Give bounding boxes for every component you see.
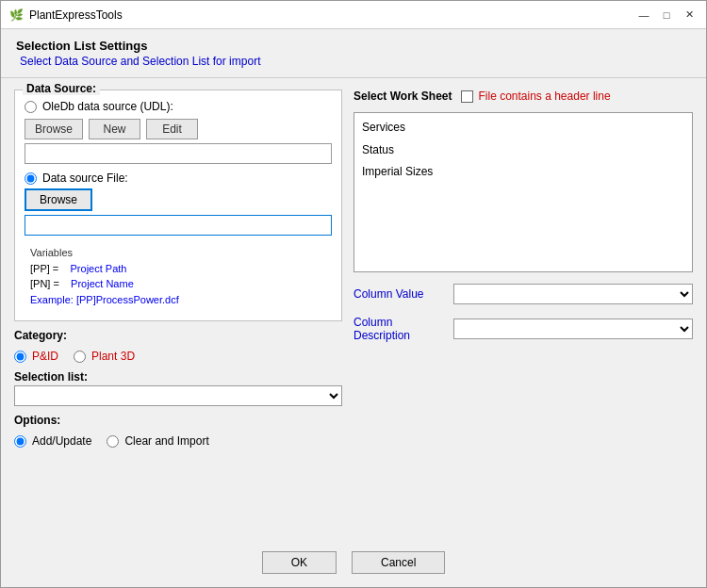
selection-list-select[interactable] bbox=[14, 385, 342, 406]
file-radio[interactable] bbox=[25, 172, 37, 185]
oledb-radio-row: OleDb data source (UDL): bbox=[25, 100, 332, 113]
plant3d-label: Plant 3D bbox=[91, 350, 135, 363]
column-value-row: Column Value bbox=[354, 284, 693, 304]
edit-oledb-button[interactable]: Edit bbox=[146, 119, 198, 139]
category-section: Category: P&ID Plant 3D bbox=[14, 327, 342, 363]
title-bar: 🌿 PlantExpressTools — □ ✕ bbox=[1, 1, 706, 29]
worksheet-label: Select Work Sheet bbox=[354, 90, 452, 103]
options-label: Options: bbox=[14, 414, 342, 427]
plant3d-radio[interactable] bbox=[74, 351, 86, 363]
var-pn-label: [PN] = bbox=[30, 278, 59, 289]
right-panel: Select Work Sheet File contains a header… bbox=[354, 90, 693, 534]
worksheet-list[interactable]: Services Status Imperial Sizes bbox=[354, 112, 693, 272]
footer: OK Cancel bbox=[1, 542, 706, 587]
window-title: PlantExpressTools bbox=[29, 8, 634, 22]
options-section: Options: Add/Update Clear and Import bbox=[14, 412, 342, 448]
bottom-left-section: Category: P&ID Plant 3D bbox=[14, 327, 342, 448]
header-line-row: File contains a header line bbox=[461, 90, 610, 103]
category-label: Category: bbox=[14, 329, 342, 342]
oledb-text-input[interactable] bbox=[25, 143, 332, 164]
var-pp-row: [PP] = Project Path bbox=[30, 261, 326, 277]
oledb-btn-row: Browse New Edit bbox=[25, 119, 332, 139]
minimize-button[interactable]: — bbox=[634, 6, 653, 24]
data-source-group: Data Source: OleDb data source (UDL): Br… bbox=[14, 90, 342, 321]
file-path-input[interactable]: D:\Projects\Documentation\Selection List… bbox=[25, 215, 332, 236]
pid-label: P&ID bbox=[32, 350, 58, 363]
main-row: Data Source: OleDb data source (UDL): Br… bbox=[14, 90, 693, 534]
browse-oledb-button[interactable]: Browse bbox=[25, 119, 83, 139]
worksheet-header: Select Work Sheet File contains a header… bbox=[354, 90, 693, 103]
column-description-select[interactable] bbox=[453, 318, 693, 339]
variables-title: Variables bbox=[30, 245, 326, 261]
close-button[interactable]: ✕ bbox=[680, 6, 699, 24]
column-value-label: Column Value bbox=[354, 287, 448, 301]
main-window: 🌿 PlantExpressTools — □ ✕ Selection List… bbox=[0, 0, 707, 588]
variables-box: Variables [PP] = Project Path [PN] = Pro… bbox=[25, 241, 332, 311]
new-oledb-button[interactable]: New bbox=[89, 119, 140, 139]
selection-list-label: Selection list: bbox=[14, 370, 342, 384]
options-row: Add/Update Clear and Import bbox=[14, 431, 342, 448]
add-update-label: Add/Update bbox=[32, 434, 91, 448]
add-update-row: Add/Update bbox=[14, 434, 91, 448]
header-title: Selection List Settings bbox=[16, 39, 691, 53]
var-pn-value: Project Name bbox=[71, 278, 134, 289]
ok-button[interactable]: OK bbox=[262, 551, 337, 574]
file-radio-label: Data source File: bbox=[42, 172, 128, 185]
clear-import-radio[interactable] bbox=[107, 435, 119, 448]
data-source-label: Data Source: bbox=[23, 82, 100, 95]
var-example-text: Example: [PP]ProcessPower.dcf bbox=[30, 294, 179, 305]
header-line-checkbox[interactable] bbox=[461, 90, 473, 103]
add-update-radio[interactable] bbox=[14, 435, 26, 448]
pid-radio[interactable] bbox=[14, 351, 26, 363]
app-icon: 🌿 bbox=[8, 8, 24, 23]
browse-file-button[interactable]: Browse bbox=[25, 188, 92, 211]
selection-list-section: Selection list: bbox=[14, 368, 342, 406]
header-subtitle: Select Data Source and Selection List fo… bbox=[16, 55, 691, 68]
file-radio-row: Data source File: bbox=[25, 172, 332, 185]
var-pp-label: [PP] = bbox=[30, 263, 58, 274]
var-example: Example: [PP]ProcessPower.dcf bbox=[30, 292, 326, 308]
clear-import-label: Clear and Import bbox=[124, 434, 208, 448]
maximize-button[interactable]: □ bbox=[657, 6, 676, 24]
category-row: P&ID Plant 3D bbox=[14, 346, 342, 363]
clear-import-row: Clear and Import bbox=[107, 434, 208, 448]
header-line-label: File contains a header line bbox=[478, 90, 610, 103]
worksheet-item-imperial[interactable]: Imperial Sizes bbox=[360, 161, 686, 184]
worksheet-item-services[interactable]: Services bbox=[360, 117, 686, 139]
var-pp-value: Project Path bbox=[71, 263, 127, 274]
column-description-row: ColumnDescription bbox=[354, 316, 693, 342]
plant3d-radio-row: Plant 3D bbox=[74, 350, 135, 363]
window-header: Selection List Settings Select Data Sour… bbox=[1, 29, 706, 74]
oledb-radio[interactable] bbox=[25, 101, 37, 113]
column-description-label: ColumnDescription bbox=[354, 316, 448, 342]
oledb-label: OleDb data source (UDL): bbox=[42, 100, 173, 113]
left-panel: Data Source: OleDb data source (UDL): Br… bbox=[14, 90, 342, 534]
var-pn-row: [PN] = Project Name bbox=[30, 276, 326, 292]
pid-radio-row: P&ID bbox=[14, 350, 58, 363]
window-content: Data Source: OleDb data source (UDL): Br… bbox=[1, 82, 706, 542]
window-controls: — □ ✕ bbox=[634, 6, 699, 24]
worksheet-item-status[interactable]: Status bbox=[360, 139, 686, 162]
cancel-button[interactable]: Cancel bbox=[352, 551, 445, 574]
column-value-select[interactable] bbox=[453, 284, 693, 304]
